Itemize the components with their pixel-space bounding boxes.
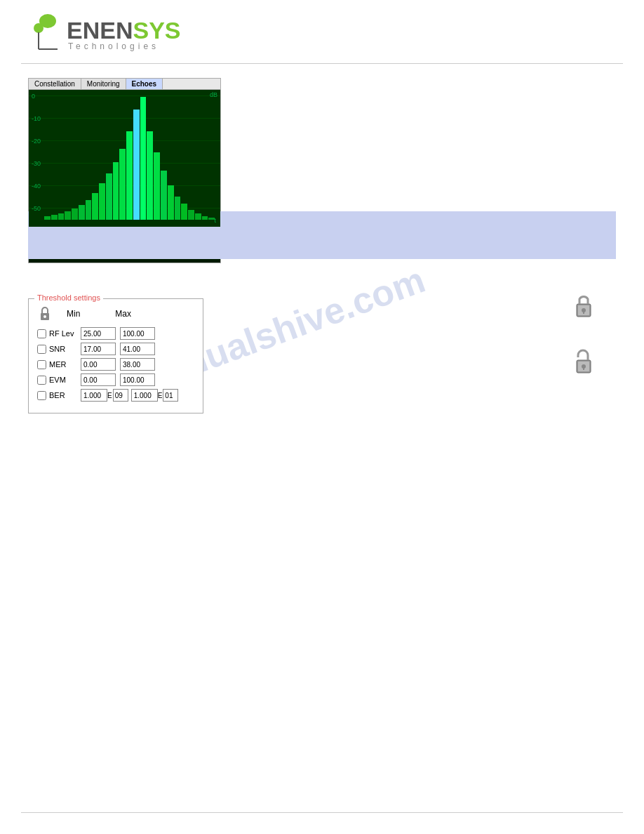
bar-peak (140, 97, 147, 220)
bar (79, 205, 85, 220)
grid-line-0 (29, 95, 220, 96)
bar (126, 131, 133, 220)
bar-highlight (133, 110, 140, 220)
bar (195, 213, 201, 220)
ber-e1: E (107, 392, 112, 399)
mer-min-input[interactable] (81, 358, 116, 371)
mer-checkbox[interactable] (37, 360, 46, 369)
bar (175, 197, 181, 220)
logo-text-group: EN EN SYS Technologies (67, 17, 181, 51)
bar (86, 200, 92, 220)
svg-point-5 (43, 315, 46, 318)
col-headers: Min Max (67, 309, 131, 319)
bar (161, 171, 167, 220)
evm-min-input[interactable] (81, 373, 116, 386)
snr-max-input[interactable] (120, 343, 155, 355)
threshold-row-rflev: RF Lev (37, 327, 194, 340)
svg-rect-13 (583, 367, 584, 370)
threshold-title: Threshold settings (34, 293, 103, 302)
snr-checkbox[interactable] (37, 345, 46, 354)
col-min-label: Min (67, 309, 80, 319)
threshold-row-ber: BER E E (37, 389, 194, 402)
mer-max-input[interactable] (120, 358, 155, 371)
echo-chart: 0 -10 -20 -30 -40 -50 dB t (29, 90, 220, 227)
logo-en1: EN (67, 17, 100, 44)
bar (72, 208, 78, 220)
evm-checkbox[interactable] (37, 376, 46, 385)
bar (92, 193, 98, 220)
col-max-label: Max (115, 309, 131, 319)
rflev-label: RF Lev (49, 329, 81, 338)
bar (58, 213, 65, 220)
y-label-0: 0 (32, 93, 35, 100)
y-label-3: -30 (32, 160, 41, 167)
tab-constellation[interactable]: Constellation (29, 79, 81, 89)
right-lock-closed[interactable] (572, 291, 595, 319)
evm-label: EVM (49, 376, 81, 384)
threshold-row-snr: SNR (37, 343, 194, 355)
logo-en2: EN (100, 17, 133, 44)
svg-rect-9 (583, 311, 584, 314)
ber-min-val-input[interactable] (81, 389, 107, 402)
threshold-row-evm: EVM (37, 373, 194, 386)
ber-checkbox[interactable] (37, 391, 46, 400)
logo-icon (28, 13, 67, 55)
y-label-5: -50 (32, 205, 41, 212)
rflev-max-input[interactable] (120, 327, 155, 340)
echo-tabs: Constellation Monitoring Echoes (29, 79, 220, 90)
svg-point-1 (34, 23, 43, 33)
ber-label: BER (49, 391, 81, 399)
main-content: manualshive.com Constellation Monitoring… (0, 64, 644, 428)
threshold-section: Threshold settings Min Max RF Lev (28, 284, 616, 413)
threshold-box: Threshold settings Min Max RF Lev (28, 298, 203, 413)
rflev-min-input[interactable] (81, 327, 116, 340)
tab-echoes[interactable]: Echoes (126, 79, 163, 89)
footer-divider (21, 812, 623, 813)
ber-min-exp-input[interactable] (113, 389, 128, 402)
threshold-header: Min Max (37, 305, 194, 323)
ber-e2: E (158, 392, 163, 399)
bar (188, 210, 194, 220)
y-label-1: -10 (32, 115, 41, 122)
logo: EN EN SYS Technologies (28, 13, 181, 55)
bar (208, 218, 215, 220)
snr-min-input[interactable] (81, 343, 116, 355)
lock-icon-header (37, 305, 53, 323)
bar (44, 216, 51, 220)
bar (202, 216, 208, 220)
bar (168, 185, 174, 220)
snr-label: SNR (49, 345, 81, 353)
header: EN EN SYS Technologies (0, 0, 644, 63)
bar (65, 211, 71, 220)
ber-max-val-input[interactable] (131, 389, 158, 402)
bar (147, 131, 153, 220)
tab-monitoring[interactable]: Monitoring (81, 79, 126, 89)
bar (51, 215, 58, 220)
bar (181, 204, 187, 220)
evm-max-input[interactable] (120, 373, 155, 386)
rflev-checkbox[interactable] (37, 329, 46, 338)
mer-label: MER (49, 360, 81, 369)
right-lock-open[interactable] (572, 348, 595, 376)
bar (154, 152, 160, 220)
spacer (28, 263, 616, 284)
bars-container (44, 97, 215, 220)
bar (99, 183, 105, 220)
y-label-4: -40 (32, 183, 41, 190)
right-locks (572, 291, 595, 376)
bar (113, 162, 119, 220)
threshold-row-mer: MER (37, 358, 194, 371)
bar (119, 149, 126, 220)
ber-max-exp-input[interactable] (163, 389, 178, 402)
logo-sys: SYS (133, 17, 180, 44)
y-label-2: -20 (32, 138, 41, 145)
bar (106, 173, 112, 220)
